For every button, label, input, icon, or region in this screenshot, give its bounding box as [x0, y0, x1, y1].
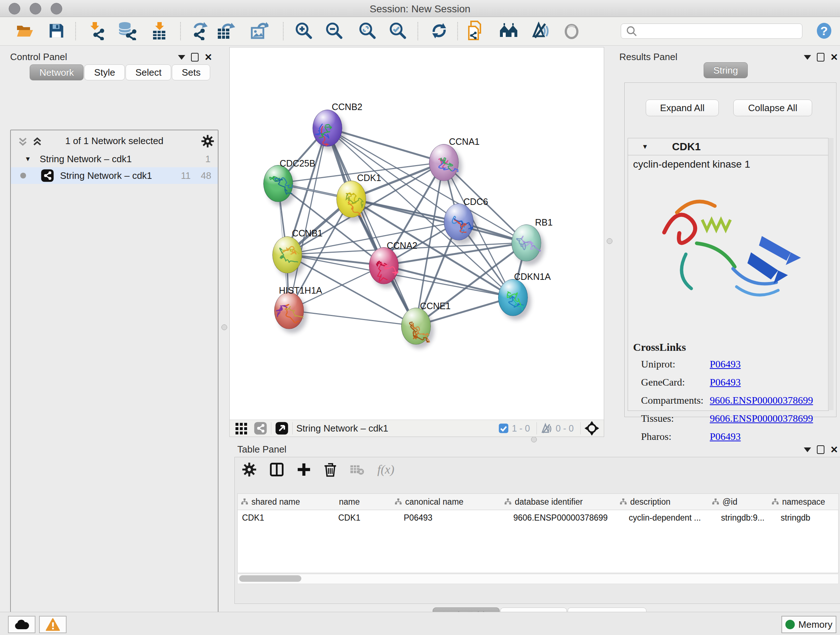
crosslink-link[interactable]: P06493 [710, 358, 741, 370]
hide-edges-button[interactable] [531, 21, 551, 41]
grid-view-icon[interactable] [235, 422, 248, 434]
network-row[interactable]: String Network – cdk1 11 48 [11, 167, 218, 184]
network-edges[interactable] [230, 48, 604, 420]
save-session-button[interactable] [46, 21, 66, 41]
network-node-ccnb1[interactable] [272, 236, 302, 273]
network-options-gear-icon[interactable] [201, 135, 214, 148]
network-node-rb1[interactable] [512, 225, 541, 261]
tab-style[interactable]: Style [84, 65, 125, 80]
maximize-panel-icon[interactable] [817, 53, 824, 62]
collection-expand-triangle-icon[interactable]: ▼ [25, 155, 31, 163]
help-button[interactable]: ? [814, 21, 834, 41]
network-node-hist1h1a[interactable] [274, 292, 304, 329]
maximize-panel-icon[interactable] [817, 445, 824, 454]
function-builder-button: f(x) [377, 463, 394, 477]
table-cell[interactable]: CDK1 [334, 510, 396, 526]
import-network-file-button[interactable] [86, 21, 106, 41]
maximize-panel-icon[interactable] [191, 53, 199, 62]
crosslink-link[interactable]: P06493 [710, 377, 741, 388]
selected-checkbox-icon[interactable] [498, 423, 509, 434]
section-collapse-triangle-icon[interactable]: ▼ [642, 143, 648, 150]
network-canvas[interactable]: CCNB2CCNA1CDC25BCDK1CDC6RB1CCNB1CCNA2CDK… [230, 48, 604, 420]
zoom-in-button[interactable] [294, 21, 314, 41]
close-panel-icon[interactable]: ✕ [830, 54, 838, 61]
left-splitter-handle[interactable] [221, 325, 227, 330]
tab-select[interactable]: Select [126, 65, 171, 80]
network-node-ccnb2[interactable] [313, 110, 342, 147]
crosslink-link[interactable]: 9606.ENSP00000378699 [710, 413, 813, 424]
tab-network[interactable]: Network [30, 65, 84, 80]
float-panel-icon[interactable] [804, 448, 811, 452]
memory-status-button[interactable]: Memory [782, 616, 836, 633]
add-column-icon[interactable] [297, 463, 311, 477]
search-input[interactable] [641, 26, 799, 36]
column-sort-icon [771, 498, 779, 506]
search-box[interactable] [621, 24, 802, 39]
zoom-selected-button[interactable] [388, 21, 408, 41]
right-splitter-handle[interactable] [607, 238, 613, 244]
zoom-out-button[interactable] [324, 21, 344, 41]
export-image-button[interactable] [249, 21, 269, 41]
export-table-button[interactable] [216, 21, 236, 41]
cdk1-section-header[interactable]: ▼ CDK1 [628, 138, 829, 155]
network-node-ccna2[interactable] [369, 247, 399, 284]
table-cell[interactable]: P06493 [392, 510, 513, 526]
node-table: shared namenamecanonical namedatabase id… [237, 494, 838, 573]
network-node-cdc6[interactable] [444, 203, 474, 241]
results-scrollbar[interactable] [828, 138, 834, 410]
column-header-@id[interactable]: @id [709, 494, 769, 510]
import-network-database-button[interactable] [117, 21, 137, 41]
clone-network-button[interactable] [466, 21, 486, 41]
table-cell[interactable]: stringdb [768, 510, 840, 526]
save-icon [48, 22, 65, 39]
column-header-canonical-name[interactable]: canonical name [392, 494, 501, 510]
zoom-fit-icon [358, 22, 377, 40]
apply-layout-button[interactable] [429, 21, 449, 41]
table-hscrollbar[interactable] [237, 574, 838, 584]
column-header-name[interactable]: name [334, 494, 392, 510]
cloud-status-button[interactable] [8, 616, 35, 633]
column-header-shared-name[interactable]: shared name [238, 494, 334, 510]
table-cell[interactable]: 9606.ENSP00000378699 [501, 510, 629, 526]
column-header-database-identifier[interactable]: database identifier [501, 494, 617, 510]
network-view-mode-icon[interactable] [254, 421, 267, 435]
node-label-ccne1: CCNE1 [420, 301, 451, 311]
tab-string[interactable]: String [704, 62, 748, 78]
delete-column-icon[interactable] [324, 462, 337, 477]
column-header-description[interactable]: description [616, 494, 709, 510]
show-columns-icon[interactable] [270, 462, 284, 477]
table-cell[interactable]: CDK1 [238, 510, 338, 526]
close-panel-icon[interactable]: ✕ [830, 446, 838, 453]
control-panel-tabs: NetworkStyleSelectSets [30, 65, 211, 80]
export-network-button[interactable] [189, 21, 210, 41]
protein-thumbnail-icon [444, 204, 473, 240]
memory-ok-dot-icon [785, 620, 795, 629]
float-panel-icon[interactable] [804, 55, 811, 60]
collapse-all-button[interactable]: Collapse All [733, 100, 812, 116]
network-icon [41, 169, 54, 182]
network-node-cdk1[interactable] [336, 181, 366, 218]
detach-view-icon[interactable] [275, 421, 289, 435]
network-node-ccna1[interactable] [429, 144, 459, 181]
fit-content-button[interactable] [357, 21, 378, 41]
toggle-graphics-details-button[interactable] [499, 21, 519, 41]
network-node-cdkn1a[interactable] [498, 279, 528, 316]
table-options-gear-icon[interactable] [242, 462, 256, 477]
crosslink-link[interactable]: 9606.ENSP00000378699 [710, 394, 813, 406]
expand-all-button[interactable]: Expand All [646, 100, 719, 116]
birds-eye-navigator-icon[interactable] [584, 421, 600, 436]
table-hscrollbar-thumb[interactable] [239, 575, 302, 582]
network-name: String Network – cdk1 [60, 170, 152, 181]
network-node-cdc25b[interactable] [264, 165, 293, 202]
network-node-ccne1[interactable] [401, 308, 431, 345]
tab-sets[interactable]: Sets [172, 65, 210, 80]
protein-structure-image [643, 178, 816, 334]
column-header-namespace[interactable]: namespace [768, 494, 838, 510]
open-session-button[interactable] [14, 21, 35, 41]
import-table-file-button[interactable] [149, 21, 169, 41]
network-collection-row[interactable]: ▼ String Network – cdk1 1 [11, 150, 218, 167]
close-panel-icon[interactable]: ✕ [204, 54, 212, 61]
warnings-status-button[interactable] [39, 616, 66, 633]
float-panel-icon[interactable] [178, 55, 185, 60]
table-cell[interactable]: cyclin-dependent ... [616, 510, 721, 526]
